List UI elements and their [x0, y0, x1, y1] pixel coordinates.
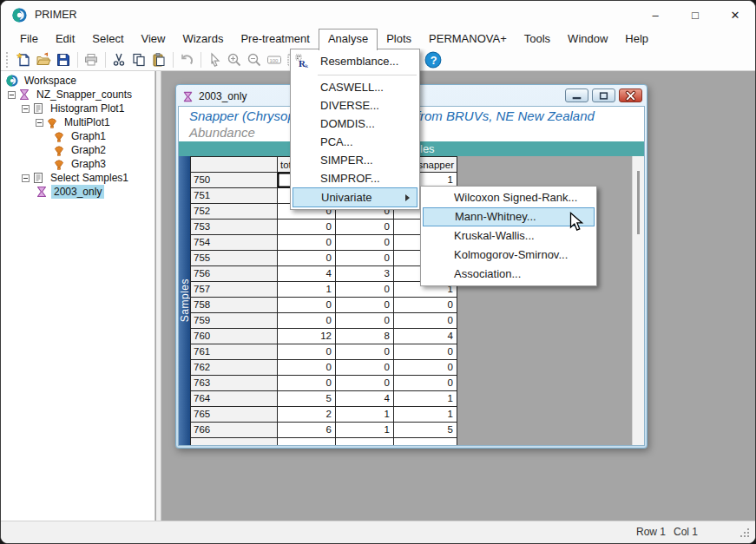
analyse-menu-item-diverse[interactable]: DIVERSE...	[293, 96, 417, 115]
data-cell[interactable]: 1	[394, 407, 457, 423]
data-cell[interactable]: 0	[278, 344, 336, 360]
tree-item-workspace[interactable]: Workspace	[1, 74, 154, 88]
vertical-scrollbar[interactable]	[632, 156, 644, 445]
analyse-menu-item-simprof[interactable]: SIMPROF...	[293, 169, 417, 187]
tree-expander-icon[interactable]	[22, 105, 30, 113]
row-label[interactable]: 753	[191, 220, 278, 235]
minimize-button[interactable]: –	[635, 1, 675, 29]
pointer-icon[interactable]	[205, 50, 224, 69]
row-label[interactable]: 756	[191, 266, 278, 282]
menu-item-tools[interactable]: Tools	[516, 29, 559, 49]
close-button[interactable]: ✕	[715, 1, 755, 29]
data-cell[interactable]: 1	[278, 282, 336, 298]
doc-restore-button[interactable]	[592, 88, 615, 102]
analyse-menu-item-simper[interactable]: SIMPER...	[293, 151, 417, 169]
row-label[interactable]: 763	[191, 376, 278, 391]
data-cell[interactable]: 0	[394, 376, 457, 391]
corner-header-cell[interactable]	[191, 157, 278, 173]
data-cell[interactable]: 0	[394, 344, 457, 360]
tree-expander-icon[interactable]	[8, 91, 16, 99]
data-cell[interactable]: 4	[336, 391, 394, 407]
data-cell[interactable]: 0	[336, 282, 394, 298]
menu-item-permanova[interactable]: PERMANOVA+	[420, 29, 516, 49]
analyse-menu-item-resemblance[interactable]: RkResemblance...	[293, 51, 417, 72]
univariate-item-wilcoxon-signed-rank[interactable]: Wilcoxon Signed-Rank...	[423, 188, 595, 207]
menu-item-select[interactable]: Select	[83, 29, 132, 49]
data-cell[interactable]: 1	[336, 423, 394, 438]
zoom-out-icon[interactable]	[245, 50, 264, 69]
data-cell[interactable]: 0	[278, 360, 336, 376]
data-cell[interactable]: 5	[394, 423, 457, 438]
menu-item-edit[interactable]: Edit	[47, 29, 83, 49]
open-folder-icon[interactable]	[34, 50, 53, 69]
data-cell[interactable]: 0	[336, 376, 394, 391]
tree-item-graph1[interactable]: Graph1	[1, 129, 154, 143]
menu-item-wizards[interactable]: Wizards	[174, 29, 232, 49]
menu-item-window[interactable]: Window	[559, 29, 616, 49]
row-label[interactable]: 752	[191, 204, 278, 220]
paste-icon[interactable]	[149, 50, 168, 69]
row-label[interactable]: 755	[191, 251, 278, 266]
data-cell[interactable]: 8	[336, 329, 394, 344]
undo-icon[interactable]	[177, 50, 196, 69]
help-icon[interactable]: ?	[424, 51, 442, 69]
menu-item-plots[interactable]: Plots	[378, 29, 420, 49]
row-label[interactable]: 760	[191, 329, 278, 344]
menu-item-pre-treatment[interactable]: Pre-treatment	[232, 29, 318, 49]
tree-item-graph3[interactable]: Graph3	[1, 157, 154, 171]
doc-close-button[interactable]	[619, 88, 642, 102]
row-label[interactable]: 764	[191, 391, 278, 407]
row-label[interactable]: 762	[191, 360, 278, 376]
tree-item-histogram-plot1[interactable]: Histogram Plot1	[1, 102, 154, 115]
data-cell[interactable]: 0	[394, 313, 457, 329]
data-cell[interactable]: 12	[278, 329, 336, 344]
tree-item-multiplot1[interactable]: MultiPlot1	[1, 115, 154, 129]
row-label[interactable]: 751	[191, 188, 278, 204]
data-cell[interactable]: 0	[336, 220, 394, 235]
maximize-button[interactable]: □	[675, 1, 715, 29]
menu-item-view[interactable]: View	[133, 29, 174, 49]
data-cell[interactable]: 0	[336, 235, 394, 251]
data-cell[interactable]: 4	[278, 266, 336, 282]
row-label[interactable]: 757	[191, 282, 278, 298]
data-cell[interactable]: 0	[336, 298, 394, 313]
data-cell[interactable]: 0	[394, 298, 457, 313]
toolbar-gripper[interactable]	[6, 52, 9, 68]
analyse-menu-item-domdis[interactable]: DOMDIS...	[293, 115, 417, 133]
data-cell[interactable]: 0	[336, 251, 394, 266]
cut-icon[interactable]	[109, 50, 128, 69]
data-cell[interactable]: 5	[278, 391, 336, 407]
data-cell[interactable]	[336, 438, 394, 446]
row-label[interactable]: 750	[191, 173, 278, 188]
tree-item-2003-only[interactable]: 2003_only	[1, 185, 154, 199]
data-cell[interactable]: 2	[278, 407, 336, 423]
new-workspace-icon[interactable]	[14, 50, 33, 69]
data-cell[interactable]: 0	[278, 235, 336, 251]
menu-item-file[interactable]: File	[11, 29, 47, 49]
tree-item-nz-snapper-counts[interactable]: NZ_Snapper_counts	[1, 88, 154, 102]
tree-expander-icon[interactable]	[22, 174, 30, 182]
tree-expander-icon[interactable]	[36, 119, 43, 127]
data-cell[interactable]: 6	[278, 423, 336, 438]
data-cell[interactable]: 1	[336, 407, 394, 423]
row-label[interactable]: 758	[191, 298, 278, 313]
data-cell[interactable]: 0	[336, 360, 394, 376]
menu-item-help[interactable]: Help	[616, 29, 657, 49]
data-cell[interactable]	[278, 438, 336, 446]
analyse-menu-item-pca[interactable]: PCA...	[293, 133, 417, 151]
data-cell[interactable]: 0	[394, 360, 457, 376]
data-cell[interactable]: 0	[278, 376, 336, 391]
doc-minimize-button[interactable]	[565, 88, 588, 102]
data-cell[interactable]: 0	[278, 251, 336, 266]
scrollbar-thumb[interactable]	[637, 171, 640, 234]
data-cell[interactable]: 1	[394, 391, 457, 407]
data-cell[interactable]: 0	[278, 298, 336, 313]
data-cell[interactable]: 3	[336, 266, 394, 282]
data-cell[interactable]: 4	[394, 329, 457, 344]
data-cell[interactable]	[394, 438, 457, 446]
print-icon[interactable]	[82, 50, 101, 69]
univariate-item-kolmogorov-smirnov[interactable]: Kolmogorov-Smirnov...	[423, 246, 595, 265]
zoom-in-icon[interactable]	[225, 50, 244, 69]
tree-item-graph2[interactable]: Graph2	[1, 143, 154, 157]
row-label[interactable]: 765	[191, 407, 278, 423]
